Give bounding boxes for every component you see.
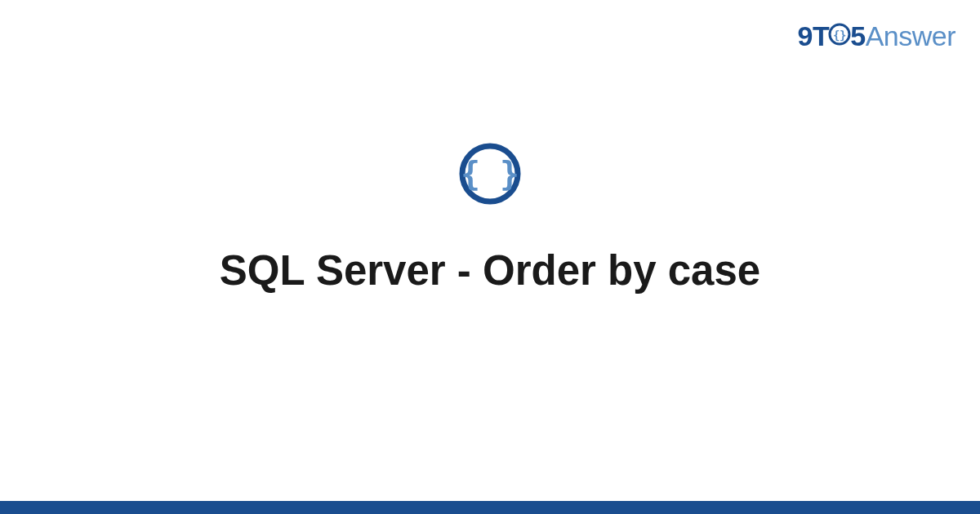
main-content: { } SQL Server - Order by case bbox=[0, 0, 980, 502]
footer-accent-bar bbox=[0, 501, 980, 514]
svg-text:{ }: { } bbox=[461, 155, 519, 193]
page-title: SQL Server - Order by case bbox=[187, 246, 793, 295]
code-braces-icon: { } bbox=[457, 141, 523, 206]
